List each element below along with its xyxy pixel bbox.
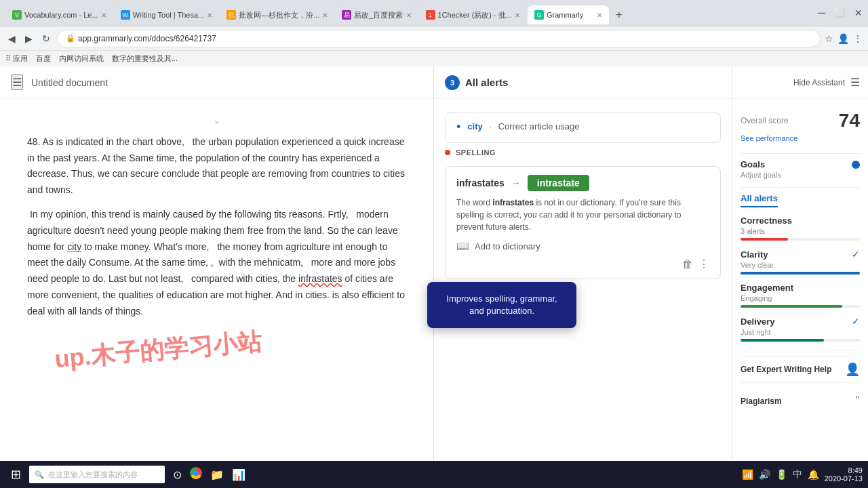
add-to-dictionary-row[interactable]: 📖 Add to dictionary — [456, 240, 709, 252]
scroll-indicator: ⌄ — [27, 113, 406, 129]
tray-time-value: 8:49 — [825, 466, 863, 474]
tab-favicon-writing: W — [121, 10, 130, 20]
tray-battery-icon[interactable]: 🔋 — [776, 469, 787, 480]
document-title: Untitled document — [31, 77, 422, 88]
account-icon[interactable]: 👤 — [837, 33, 849, 44]
taskbar-search[interactable]: 🔍 在这里输入您要搜索的内容 — [29, 466, 165, 483]
plagiarism-row[interactable]: Plagiarism " — [741, 388, 860, 408]
bookmark-apps[interactable]: ⠿ 应用 — [5, 54, 28, 64]
bookmark-baidu-label: 百度 — [36, 54, 51, 64]
start-button[interactable]: ⊞ — [5, 467, 26, 482]
spelling-correct-word[interactable]: intrastate — [528, 175, 589, 191]
forward-button[interactable]: ▶ — [22, 30, 35, 47]
city-underline: city — [67, 241, 81, 252]
tab-close-grammarly[interactable]: ✕ — [597, 12, 602, 19]
window-controls: ─ ⬜ ✕ — [815, 4, 865, 22]
taskbar-search-placeholder: 在这里输入您要搜索的内容 — [48, 470, 138, 480]
taskbar-chrome[interactable] — [187, 464, 205, 485]
reload-button[interactable]: ↻ — [39, 30, 53, 47]
goals-label: Goals — [741, 159, 765, 169]
delivery-header: Delivery ✓ — [741, 316, 860, 327]
expert-icon: 👤 — [845, 362, 860, 377]
editor-paragraph-1[interactable]: 48. As is indicated in the chart obove, … — [27, 134, 406, 199]
tab-pigaiwang[interactable]: 批 批改网—杉批作文，汾... ✕ — [220, 5, 334, 24]
clarity-sub: Very clear — [741, 261, 860, 269]
bookmark-baidu[interactable]: 百度 — [36, 54, 51, 64]
tray-time: 8:49 2020-07-13 — [825, 466, 863, 483]
engagement-section[interactable]: Engagement Engaging — [741, 283, 860, 308]
list-view-icon[interactable]: ☰ — [850, 76, 860, 89]
tab-label-vocabulary: Vocabulary.com - Le... — [24, 11, 98, 19]
tooltip-overlay: Improves spelling, grammar, and punctuat… — [427, 282, 576, 328]
bookmark-intranet[interactable]: 内网访问系统 — [59, 54, 104, 64]
goals-sub[interactable]: Adjust goals — [741, 171, 860, 179]
tab-label-writing: Writing Tool | Thesa... — [133, 11, 205, 19]
tab-close-vocabulary[interactable]: ✕ — [101, 12, 106, 19]
bookmark-shuzi[interactable]: 数字的重要性及其... — [112, 54, 178, 64]
tab-favicon-yigai: 易 — [342, 10, 351, 20]
new-tab-button[interactable]: + — [610, 5, 629, 24]
tab-close-yigai[interactable]: ✕ — [406, 12, 412, 19]
tray-network-icon[interactable]: 📶 — [742, 469, 753, 480]
taskbar-app3[interactable]: 📊 — [229, 466, 248, 484]
correctness-sub: 3 alerts — [741, 227, 860, 235]
card-actions: 🗑 ⋮ — [456, 258, 709, 270]
tray-volume-icon[interactable]: 🔊 — [759, 469, 770, 480]
close-button[interactable]: ✕ — [852, 5, 865, 21]
back-button[interactable]: ◀ — [5, 30, 18, 47]
address-bar[interactable]: 🔒 app.grammarly.com/ddocs/626421737 — [57, 30, 821, 47]
all-alerts-tab[interactable]: All alerts — [741, 193, 860, 207]
tab-label-1checker: 1Checker (易改) - 批... — [438, 10, 512, 20]
taskbar-apps: ⊙ 📁 📊 — [170, 464, 248, 485]
tab-yigai[interactable]: 易 易改_百度搜索 ✕ — [335, 5, 418, 24]
article-suggestion-card[interactable]: • city · Correct article usage — [445, 113, 721, 143]
tab-writing[interactable]: W Writing Tool | Thesa... ✕ — [114, 5, 220, 24]
tab-grammarly[interactable]: G Grammarly ✕ — [528, 5, 609, 24]
delivery-bar — [741, 339, 860, 342]
bookmark-star-icon[interactable]: ☆ — [825, 33, 833, 44]
divider-4 — [741, 382, 860, 383]
clarity-bar-fill — [741, 272, 860, 274]
tab-1checker[interactable]: 1 1Checker (易改) - 批... ✕ — [419, 5, 527, 24]
taskbar-file-explorer[interactable]: 📁 — [208, 466, 226, 484]
hide-assistant-button[interactable]: Hide Assistant — [793, 78, 845, 87]
hamburger-button[interactable]: ☰ — [11, 75, 23, 90]
restore-button[interactable]: ⬜ — [832, 5, 848, 20]
bookmark-intranet-label: 内网访问系统 — [59, 54, 104, 64]
suggestions-header: 3 All alerts — [434, 66, 732, 99]
bookmark-apps-label: 应用 — [13, 54, 28, 64]
address-text: app.grammarly.com/ddocs/626421737 — [78, 34, 216, 43]
tab-close-writing[interactable]: ✕ — [207, 12, 212, 19]
tray-notification-icon[interactable]: 🔔 — [808, 469, 819, 480]
delete-suggestion-button[interactable]: 🗑 — [682, 258, 693, 270]
tab-close-pigai[interactable]: ✕ — [322, 12, 328, 19]
expert-writing-row[interactable]: Get Expert Writing Help 👤 — [741, 356, 860, 377]
tab-favicon-1checker: 1 — [426, 10, 435, 20]
taskbar-tray: 📶 🔊 🔋 中 🔔 8:49 2020-07-13 — [742, 466, 863, 483]
tab-vocabulary[interactable]: V Vocabulary.com - Le... ✕ — [5, 5, 113, 24]
overall-score-label: Overall score — [741, 116, 789, 125]
spelling-label: SPELLING — [456, 148, 496, 157]
see-performance-link[interactable]: See performance — [741, 134, 860, 142]
tab-close-1checker[interactable]: ✕ — [515, 12, 520, 19]
spelling-wrong-word: infrastates — [456, 178, 505, 188]
browser-tabs: V Vocabulary.com - Le... ✕ W Writing Too… — [3, 1, 815, 24]
tab-favicon-pigai: 批 — [226, 10, 236, 20]
tray-input-icon[interactable]: 中 — [793, 468, 802, 481]
clarity-section[interactable]: Clarity ✓ Very clear — [741, 249, 860, 274]
editor-paragraph-2[interactable]: In my opinion, this trend is mainly caus… — [27, 207, 406, 320]
engagement-sub: Engaging — [741, 294, 860, 302]
more-suggestion-button[interactable]: ⋮ — [698, 258, 709, 270]
toolbar-icons: ☆ 👤 ⋮ — [825, 33, 863, 44]
plagiarism-label: Plagiarism — [741, 396, 782, 406]
minimize-button[interactable]: ─ — [815, 4, 828, 22]
tab-label-grammarly: Grammarly — [547, 11, 594, 19]
taskbar-cortana[interactable]: ⊙ — [170, 466, 184, 484]
delivery-label: Delivery — [741, 317, 775, 327]
correctness-section[interactable]: Correctness 3 alerts — [741, 216, 860, 241]
editor-body[interactable]: ⌄ 48. As is indicated in the chart obove… — [0, 99, 433, 462]
more-icon[interactable]: ⋮ — [853, 33, 863, 44]
score-panel-body: Overall score 74 See performance Goals A… — [732, 99, 868, 488]
editor-header: ☰ Untitled document — [0, 66, 433, 99]
delivery-section[interactable]: Delivery ✓ Just right — [741, 316, 860, 342]
